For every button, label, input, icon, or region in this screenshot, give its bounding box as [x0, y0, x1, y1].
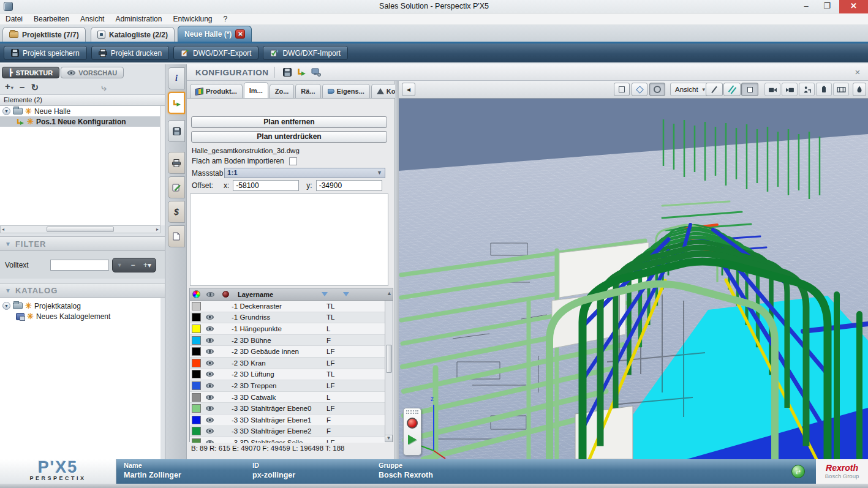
close-button[interactable]: ✕ — [839, 0, 868, 13]
filter-section-header[interactable]: ▼ FILTER — [0, 236, 165, 251]
layer-visibility-eye[interactable] — [206, 347, 218, 356]
tab-raeume[interactable]: Rä... — [295, 84, 320, 98]
tab-vorschau[interactable]: VORSCHAU — [61, 67, 124, 78]
panel-close-icon[interactable]: × — [852, 67, 863, 77]
layer-row[interactable]: -2 3D Kran LF — [190, 358, 385, 369]
scroll-right-arrow[interactable]: ▸ — [156, 227, 159, 232]
layer-color-swatch[interactable] — [192, 393, 201, 402]
layer-visibility-eye[interactable] — [206, 416, 218, 424]
layer-visibility-eye[interactable] — [206, 359, 218, 367]
menu-ansicht[interactable]: Ansicht — [75, 15, 110, 23]
layer-visibility-eye[interactable] — [206, 325, 218, 333]
layer-color-swatch[interactable] — [192, 381, 201, 390]
visibility-column-icon[interactable] — [206, 292, 214, 297]
layer-row[interactable]: -3 3D Catwalk L — [190, 392, 385, 404]
layer-color-swatch[interactable] — [192, 416, 201, 424]
tab-projektliste[interactable]: Projektliste (7/7) — [2, 27, 86, 42]
layer-name[interactable]: -3 3D Stahlträger Ebene0 — [232, 405, 326, 412]
scrollbar-thumb[interactable] — [47, 227, 114, 232]
layer-row[interactable]: -2 3D Bühne F — [190, 335, 385, 347]
menu-bearbeiten[interactable]: Bearbeiten — [28, 15, 75, 23]
layer-row[interactable]: -3 3D Stahlträger Ebene2 F — [190, 426, 385, 438]
layer-visibility-eye[interactable] — [206, 427, 218, 435]
katalog-section-header[interactable]: ▼ KATALOG — [0, 283, 165, 298]
layer-name[interactable]: -3 3D Stahlträger Ebene1 — [232, 416, 326, 424]
menu-administration[interactable]: Administration — [110, 15, 167, 23]
layer-row[interactable]: -3 3D Stahlträger Seile LF — [190, 437, 385, 443]
refresh-button[interactable]: ↻ — [31, 83, 39, 92]
volltext-input[interactable] — [50, 260, 109, 271]
drag-grip[interactable] — [406, 410, 418, 414]
3d-viewport-canvas[interactable]: z — [399, 99, 868, 459]
filter-remove-button[interactable]: − — [130, 261, 135, 269]
print-project-button[interactable]: Projekt drucken — [91, 46, 169, 60]
layer-name[interactable]: -2 3D Kran — [232, 359, 326, 367]
layer-visibility-eye[interactable] — [206, 370, 218, 378]
camera-path-button[interactable] — [782, 83, 798, 96]
layer-name[interactable]: -1 Grundriss — [232, 313, 326, 321]
layer-visibility-eye[interactable] — [206, 313, 218, 321]
tab-zonen[interactable]: Zo... — [270, 84, 295, 98]
apply-config-button[interactable]: ⤷ — [101, 83, 106, 92]
layer-name[interactable]: -2 3D Bühne — [232, 337, 326, 344]
layer-color-swatch[interactable] — [192, 302, 201, 310]
material-button[interactable] — [853, 83, 866, 96]
layer-table-scrollbar[interactable]: ▼ — [385, 301, 393, 442]
save-project-button[interactable]: Projekt speichern — [4, 46, 87, 60]
layer-name[interactable]: -1 Deckenraster — [232, 302, 326, 310]
save-config-icon[interactable] — [283, 68, 292, 77]
layer-row[interactable]: -3 3D Stahlträger Ebene1 F — [190, 415, 385, 426]
notes-side-tab[interactable] — [168, 176, 185, 198]
walkthrough-button[interactable] — [799, 83, 815, 96]
filter-funnel-icon[interactable] — [343, 292, 349, 296]
price-side-tab[interactable]: $ — [168, 201, 185, 223]
layer-color-swatch[interactable] — [192, 427, 201, 435]
offset-y-input[interactable] — [316, 180, 382, 191]
massstab-select[interactable]: 1:1 ▼ — [224, 168, 385, 178]
wireframe-mode-button[interactable] — [706, 83, 723, 96]
dwg-dxf-export-button[interactable]: DWG/DXF-Export — [173, 46, 259, 60]
tree-vertical-scrollbar[interactable] — [160, 106, 165, 225]
color-wheel-icon[interactable] — [192, 290, 200, 298]
layer-visibility-eye[interactable] — [206, 438, 218, 443]
filter-add-button[interactable]: +▾ — [143, 261, 151, 269]
render-button[interactable] — [816, 83, 832, 96]
restore-button[interactable]: ❐ — [818, 0, 836, 13]
layer-visibility-eye[interactable] — [206, 393, 218, 402]
layer-name[interactable]: -3 3D Stahlträger Seile — [232, 439, 326, 443]
view-rect-mode-button[interactable] — [614, 83, 630, 96]
save-side-tab[interactable] — [168, 120, 185, 142]
layer-visibility-eye[interactable] — [206, 336, 218, 345]
layer-visibility-eye[interactable] — [206, 381, 218, 390]
filter-dropdown-icon[interactable]: ▼ — [117, 262, 123, 268]
tab-import[interactable]: Im... — [244, 82, 268, 98]
plan-entfernen-button[interactable]: Plan entfernen — [191, 116, 387, 128]
import-plan-icon[interactable] — [296, 68, 306, 77]
layer-row[interactable]: -1 Grundriss TL — [190, 312, 385, 324]
layer-row[interactable]: -1 Hängepunkte L — [190, 323, 385, 335]
connection-status-icon[interactable]: ⇄ — [791, 465, 805, 478]
layer-row[interactable]: -2 3D Treppen LF — [190, 380, 385, 392]
tree-item-neue-halle[interactable]: ▼ ✳ Neue Halle — [0, 106, 160, 116]
layer-row[interactable]: -2 3D Lüftung TL — [190, 369, 385, 381]
collapse-arrow-icon[interactable]: ▼ — [5, 241, 11, 247]
tab-eigenschaften[interactable]: Eigens... — [322, 84, 370, 98]
scroll-up-arrow[interactable]: ▲ — [387, 290, 392, 296]
dwg-dxf-import-button[interactable]: DWG/DXF-Import — [263, 46, 348, 60]
layer-name[interactable]: -2 3D Gebäude innen — [232, 348, 326, 355]
tab-struktur[interactable]: ┣ STRUKTUR — [2, 67, 59, 78]
expander-icon[interactable]: ▼ — [2, 302, 10, 310]
tab-close-icon[interactable]: ✕ — [235, 29, 245, 39]
layer-color-swatch[interactable] — [192, 404, 201, 413]
layer-row[interactable]: -2 3D Gebäude innen LF — [190, 346, 385, 358]
tree-item-pos1[interactable]: ✳ Pos.1 Neue Konfiguration — [0, 116, 160, 127]
menu-datei[interactable]: Datei — [0, 15, 28, 23]
layer-name[interactable]: -2 3D Treppen — [232, 382, 326, 389]
menu-help[interactable]: ? — [217, 15, 233, 23]
menu-entwicklung[interactable]: Entwicklung — [167, 15, 217, 23]
info-side-tab[interactable]: i — [168, 67, 185, 89]
print-side-tab[interactable] — [168, 152, 185, 174]
solid-mode-button[interactable] — [741, 83, 758, 96]
layer-color-swatch[interactable] — [192, 313, 201, 321]
layer-visibility-eye[interactable] — [206, 404, 218, 413]
